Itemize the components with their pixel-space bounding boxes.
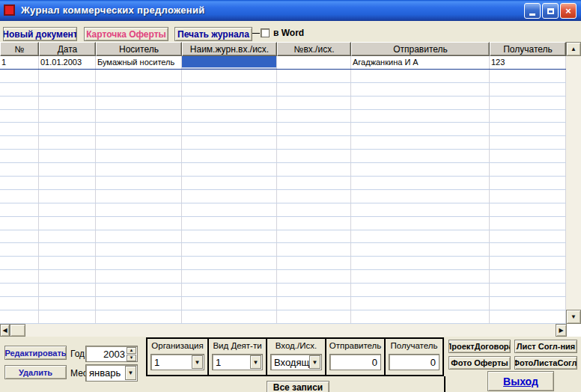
table-cell[interactable] [277,190,351,203]
table-row-empty[interactable] [0,257,566,270]
column-header-0[interactable]: № [0,42,39,56]
table-cell[interactable] [351,230,490,243]
table-row[interactable]: 101.01.2003Бумажный носительАгаджанкина … [0,56,566,70]
offer-card-button[interactable]: Карточка Оферты [84,27,168,41]
exit-button[interactable]: Выход [487,371,554,391]
delete-button[interactable]: Удалить [4,365,67,379]
table-cell[interactable] [96,270,182,283]
dropdown-arrow-icon[interactable]: ▼ [125,366,136,380]
table-cell[interactable] [96,163,182,176]
table-cell[interactable] [277,97,351,109]
scroll-right-button[interactable]: ▶ [556,324,567,337]
table-cell[interactable] [96,217,182,230]
table-row-empty[interactable] [0,190,566,203]
table-row-empty[interactable] [0,123,566,136]
table-cell[interactable] [351,163,490,176]
table-cell[interactable] [182,83,277,96]
table-cell[interactable] [490,123,566,135]
table-cell[interactable] [39,97,96,109]
table-cell[interactable] [277,163,351,176]
table-cell[interactable] [351,257,490,269]
table-body[interactable]: 101.01.2003Бумажный носительАгаджанкина … [0,56,566,324]
table-cell[interactable] [0,310,39,323]
table-cell[interactable] [351,110,490,123]
table-cell[interactable] [39,190,96,203]
all-records-button[interactable]: Все записи [267,381,329,392]
table-cell[interactable] [277,297,351,310]
spin-down-icon[interactable]: ▼ [127,355,136,361]
table-cell[interactable] [0,177,39,189]
table-cell[interactable] [351,97,490,109]
table-cell[interactable] [39,150,96,162]
table-cell[interactable] [351,203,490,216]
table-cell[interactable] [0,97,39,109]
table-cell[interactable] [277,310,351,323]
filter-combo-1[interactable]: 1▼ [212,354,263,370]
close-button[interactable]: × [560,3,577,19]
table-row-empty[interactable] [0,97,566,110]
table-cell[interactable] [182,270,277,283]
scroll-left-button[interactable]: ◀ [0,324,10,337]
table-cell[interactable] [351,150,490,162]
table-cell[interactable] [351,297,490,310]
table-cell[interactable] [182,110,277,123]
table-cell[interactable]: Бумажный носитель [96,56,182,69]
filter-field-3[interactable]: 0 [329,354,381,370]
table-cell[interactable] [96,243,182,256]
table-cell[interactable] [351,177,490,189]
table-cell[interactable] [0,83,39,96]
table-cell[interactable] [182,190,277,203]
table-cell[interactable] [182,310,277,323]
table-cell[interactable] [277,177,351,189]
table-cell[interactable] [0,270,39,283]
table-cell[interactable] [490,230,566,243]
table-cell[interactable] [351,217,490,230]
table-cell[interactable] [96,230,182,243]
action-button-1[interactable]: Лист Согл-ния [514,340,577,353]
table-cell[interactable] [96,83,182,96]
table-cell[interactable] [0,297,39,310]
action-button-3[interactable]: ФотоЛистаСогл. [514,356,577,370]
table-cell[interactable] [351,136,490,149]
table-cell[interactable] [96,123,182,135]
table-cell[interactable] [39,123,96,135]
year-stepper[interactable]: 2003 ▲ ▼ [85,346,138,362]
table-cell[interactable] [490,243,566,256]
table-cell[interactable] [351,123,490,135]
table-cell[interactable] [490,136,566,149]
horizontal-scrollbar[interactable]: ◀ ▶ [0,324,567,337]
table-cell[interactable] [96,190,182,203]
table-cell[interactable] [351,270,490,283]
table-cell[interactable] [0,217,39,230]
month-dropdown[interactable]: январь ▼ [85,364,138,382]
action-button-0[interactable]: ПроектДоговора [448,340,511,353]
table-cell[interactable] [0,136,39,149]
table-cell[interactable]: Агаджанкина И А [351,56,490,69]
table-cell[interactable] [277,217,351,230]
filter-combo-0[interactable]: 1▼ [150,354,204,370]
table-cell[interactable] [39,270,96,283]
column-header-1[interactable]: Дата [39,42,96,56]
table-cell[interactable] [277,243,351,256]
table-cell[interactable] [96,203,182,216]
table-cell[interactable] [0,190,39,203]
table-cell[interactable] [490,163,566,176]
table-cell[interactable] [277,123,351,135]
table-cell[interactable] [0,284,39,296]
table-cell[interactable] [96,297,182,310]
minimize-button[interactable] [524,3,541,19]
table-cell[interactable] [490,110,566,123]
table-cell[interactable] [277,150,351,162]
table-cell[interactable] [0,203,39,216]
table-cell[interactable] [39,243,96,256]
table-cell[interactable] [39,70,96,82]
edit-button[interactable]: Редактировать [4,346,67,360]
table-cell[interactable] [277,83,351,96]
table-cell[interactable] [490,203,566,216]
table-row-empty[interactable] [0,203,566,217]
table-cell[interactable] [182,203,277,216]
table-cell[interactable] [0,70,39,82]
table-cell[interactable] [277,257,351,269]
scrollbar-thumb[interactable] [10,324,25,337]
table-cell[interactable] [39,163,96,176]
